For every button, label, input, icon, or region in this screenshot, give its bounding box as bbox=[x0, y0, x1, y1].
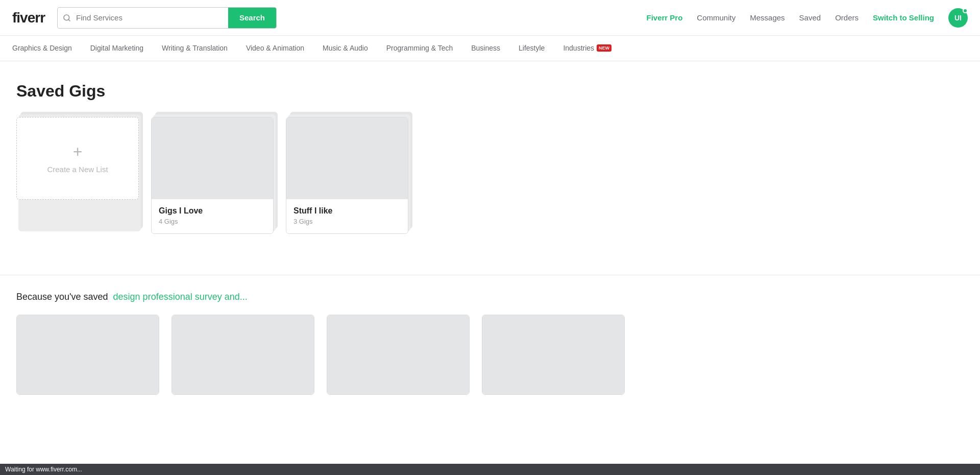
plus-icon: + bbox=[73, 144, 83, 160]
cat-business[interactable]: Business bbox=[462, 36, 509, 61]
gig-card-image-1 bbox=[152, 117, 273, 199]
gig-list-title-1: Gigs I Love bbox=[159, 206, 266, 216]
avatar[interactable]: UI bbox=[948, 8, 968, 28]
cat-writing-translation[interactable]: Writing & Translation bbox=[153, 36, 237, 61]
rec-card-1[interactable] bbox=[16, 315, 159, 395]
saved-lists-row: + Create a New List Gigs I Love 4 Gigs bbox=[16, 117, 698, 234]
category-nav: Graphics & Design Digital Marketing Writ… bbox=[0, 36, 980, 61]
cat-industries[interactable]: Industries NEW bbox=[554, 36, 621, 61]
rec-card-image-3 bbox=[327, 315, 469, 394]
because-section: Because you've saved design professional… bbox=[0, 275, 980, 395]
logo[interactable]: fiverr bbox=[12, 10, 45, 26]
avatar-initials: UI bbox=[954, 14, 962, 22]
create-list-label: Create a New List bbox=[47, 165, 108, 174]
gig-list-count-1: 4 Gigs bbox=[159, 218, 266, 225]
because-link[interactable]: design professional survey and... bbox=[113, 292, 248, 302]
cat-graphics-design[interactable]: Graphics & Design bbox=[12, 36, 81, 61]
nav-switch-to-selling[interactable]: Switch to Selling bbox=[873, 13, 934, 22]
nav-community[interactable]: Community bbox=[697, 13, 736, 22]
search-icon bbox=[58, 14, 76, 22]
stuff-i-like-card[interactable]: Stuff I like 3 Gigs bbox=[286, 117, 408, 234]
cat-lifestyle[interactable]: Lifestyle bbox=[509, 36, 554, 61]
search-button[interactable]: Search bbox=[228, 7, 276, 29]
gig-list-title-2: Stuff I like bbox=[293, 206, 401, 216]
cat-music-audio[interactable]: Music & Audio bbox=[313, 36, 377, 61]
gigs-i-love-card[interactable]: Gigs I Love 4 Gigs bbox=[151, 117, 274, 234]
header: fiverr Search Fiverr Pro Community Messa… bbox=[0, 0, 980, 36]
because-title: Because you've saved design professional… bbox=[16, 292, 964, 302]
avatar-notification-badge bbox=[963, 8, 968, 13]
create-card-inner: + Create a New List bbox=[17, 117, 138, 199]
header-nav: Fiverr Pro Community Messages Saved Orde… bbox=[646, 8, 968, 28]
page-title: Saved Gigs bbox=[16, 82, 698, 101]
because-prefix: Because you've saved bbox=[16, 292, 108, 302]
gigs-i-love-stack: Gigs I Love 4 Gigs bbox=[151, 117, 274, 234]
main-content: Saved Gigs + Create a New List Gigs I Lo… bbox=[0, 61, 715, 254]
nav-saved[interactable]: Saved bbox=[799, 13, 821, 22]
gig-card-image-2 bbox=[286, 117, 408, 199]
recommendation-cards bbox=[16, 315, 964, 395]
svg-line-1 bbox=[68, 19, 70, 21]
create-new-list-card[interactable]: + Create a New List bbox=[16, 117, 139, 200]
rec-card-3[interactable] bbox=[327, 315, 470, 395]
cat-digital-marketing[interactable]: Digital Marketing bbox=[81, 36, 153, 61]
gig-card-body-2: Stuff I like 3 Gigs bbox=[286, 199, 408, 233]
nav-orders[interactable]: Orders bbox=[835, 13, 859, 22]
rec-card-4[interactable] bbox=[482, 315, 625, 395]
cat-programming-tech[interactable]: Programming & Tech bbox=[377, 36, 462, 61]
gig-card-body-1: Gigs I Love 4 Gigs bbox=[152, 199, 273, 233]
rec-card-image-4 bbox=[482, 315, 624, 394]
new-badge: NEW bbox=[597, 44, 611, 52]
stuff-i-like-stack: Stuff I like 3 Gigs bbox=[286, 117, 408, 234]
cat-video-animation[interactable]: Video & Animation bbox=[237, 36, 313, 61]
search-bar: Search bbox=[57, 7, 277, 29]
gig-list-count-2: 3 Gigs bbox=[293, 218, 401, 225]
nav-fiverr-pro[interactable]: Fiverr Pro bbox=[646, 13, 682, 22]
search-input[interactable] bbox=[76, 13, 228, 22]
rec-card-2[interactable] bbox=[172, 315, 314, 395]
nav-messages[interactable]: Messages bbox=[750, 13, 785, 22]
create-list-stack: + Create a New List bbox=[16, 117, 139, 234]
rec-card-image-1 bbox=[17, 315, 159, 394]
rec-card-image-2 bbox=[172, 315, 314, 394]
